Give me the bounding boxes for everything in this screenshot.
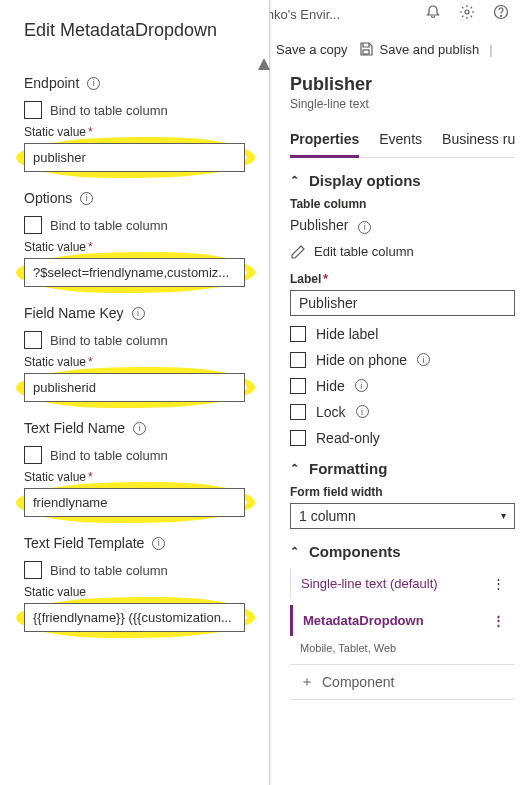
info-icon[interactable]: i: [355, 379, 368, 392]
options-label: Options: [24, 190, 72, 206]
textfieldname-input[interactable]: friendlyname: [24, 488, 245, 517]
edit-table-column-link[interactable]: Edit table column: [290, 244, 515, 260]
fieldnamekey-label: Field Name Key: [24, 305, 124, 321]
hide-label-text: Hide label: [316, 326, 378, 342]
options-bind-checkbox[interactable]: [24, 216, 42, 234]
info-icon[interactable]: i: [80, 192, 93, 205]
bind-label: Bind to table column: [50, 448, 168, 463]
static-value-label: Static value: [24, 355, 86, 369]
tab-business-rules[interactable]: Business rul: [442, 127, 515, 157]
readonly-text: Read-only: [316, 430, 380, 446]
fieldnamekey-bind-checkbox[interactable]: [24, 331, 42, 349]
endpoint-input[interactable]: publisher: [24, 143, 245, 172]
properties-panel: Publisher Single-line text Properties Ev…: [290, 68, 515, 785]
section-textfieldtemplate: Text Field Template i Bind to table colu…: [24, 535, 245, 632]
cmd-divider: |: [489, 42, 492, 57]
static-value-label: Static value: [24, 470, 86, 484]
gear-icon[interactable]: [459, 4, 475, 20]
static-value-label: Static value: [24, 125, 86, 139]
info-icon[interactable]: i: [358, 221, 371, 234]
info-icon[interactable]: i: [152, 537, 165, 550]
textfieldtemplate-bind-checkbox[interactable]: [24, 561, 42, 579]
add-component-button[interactable]: ＋ Component: [290, 664, 515, 700]
add-component-label: Component: [322, 674, 394, 690]
textfieldname-bind-checkbox[interactable]: [24, 446, 42, 464]
bell-icon[interactable]: [425, 4, 441, 20]
tabs: Properties Events Business rul: [290, 121, 515, 158]
components-label: Components: [309, 543, 401, 560]
group-components: ⌃ Components Single-line text (default) …: [290, 543, 515, 700]
bind-label: Bind to table column: [50, 218, 168, 233]
info-icon[interactable]: i: [417, 353, 430, 366]
options-input[interactable]: ?$select=friendlyname,customiz...: [24, 258, 245, 287]
table-column-value: Publisher: [290, 217, 348, 233]
bind-label: Bind to table column: [50, 103, 168, 118]
chevron-down-icon: ⌃: [290, 462, 299, 475]
floppy-icon: [358, 41, 374, 57]
bind-label: Bind to table column: [50, 333, 168, 348]
formatting-toggle[interactable]: ⌃ Formatting: [290, 460, 515, 477]
component-metadatadropdown[interactable]: MetadataDropdown ⋮: [290, 605, 515, 636]
bind-label: Bind to table column: [50, 563, 168, 578]
left-panel-title: Edit MetadataDropdown: [0, 0, 269, 53]
info-icon[interactable]: i: [132, 307, 145, 320]
label-input[interactable]: Publisher: [290, 290, 515, 316]
info-icon[interactable]: i: [87, 77, 100, 90]
tab-events[interactable]: Events: [379, 127, 422, 157]
panel-title: Publisher: [290, 74, 515, 95]
group-display-options: ⌃ Display options Table column Publisher…: [290, 172, 515, 446]
plus-icon: ＋: [300, 673, 314, 691]
save-publish-label: Save and publish: [380, 42, 480, 57]
left-panel: Edit MetadataDropdown Endpoint i Bind to…: [0, 0, 270, 785]
lock-text: Lock: [316, 404, 346, 420]
edit-column-label: Edit table column: [314, 244, 414, 259]
tab-properties[interactable]: Properties: [290, 127, 359, 158]
endpoint-bind-checkbox[interactable]: [24, 101, 42, 119]
component-clients: Mobile, Tablet, Web: [290, 642, 515, 654]
svg-point-2: [465, 10, 469, 14]
section-endpoint: Endpoint i Bind to table column Static v…: [24, 75, 245, 172]
textfieldtemplate-label: Text Field Template: [24, 535, 144, 551]
static-value-label: Static value: [24, 585, 86, 599]
pencil-icon: [290, 244, 306, 260]
help-icon[interactable]: [493, 4, 509, 20]
lock-checkbox[interactable]: [290, 404, 306, 420]
readonly-checkbox[interactable]: [290, 430, 306, 446]
hide-phone-text: Hide on phone: [316, 352, 407, 368]
hide-label-checkbox[interactable]: [290, 326, 306, 342]
info-icon[interactable]: i: [356, 405, 369, 418]
form-width-label: Form field width: [290, 485, 515, 499]
save-copy-button[interactable]: Save a copy: [276, 42, 348, 57]
form-width-value: 1 column: [299, 508, 356, 524]
components-toggle[interactable]: ⌃ Components: [290, 543, 515, 560]
section-options: Options i Bind to table column Static va…: [24, 190, 245, 287]
kebab-icon[interactable]: ⋮: [492, 613, 505, 628]
save-publish-button[interactable]: Save and publish: [358, 41, 480, 57]
endpoint-label: Endpoint: [24, 75, 79, 91]
label-field-label: Label: [290, 272, 321, 286]
kebab-icon[interactable]: ⋮: [492, 576, 505, 591]
hide-checkbox[interactable]: [290, 378, 306, 394]
component-metadata-label: MetadataDropdown: [303, 613, 424, 628]
save-copy-label: Save a copy: [276, 42, 348, 57]
hide-phone-checkbox[interactable]: [290, 352, 306, 368]
textfieldname-label: Text Field Name: [24, 420, 125, 436]
panel-subtitle: Single-line text: [290, 97, 515, 111]
textfieldtemplate-input[interactable]: {{friendlyname}} ({{customization...: [24, 603, 245, 632]
info-icon[interactable]: i: [133, 422, 146, 435]
chevron-down-icon: ⌃: [290, 545, 299, 558]
section-fieldnamekey: Field Name Key i Bind to table column St…: [24, 305, 245, 402]
display-options-toggle[interactable]: ⌃ Display options: [290, 172, 515, 189]
hide-text: Hide: [316, 378, 345, 394]
component-singleline-label: Single-line text (default): [301, 576, 438, 591]
form-width-dropdown[interactable]: 1 column ▾: [290, 503, 515, 529]
command-bar: Save a copy Save and publish |: [270, 32, 521, 66]
section-textfieldname: Text Field Name i Bind to table column S…: [24, 420, 245, 517]
fieldnamekey-input[interactable]: publisherid: [24, 373, 245, 402]
chevron-down-icon: ▾: [501, 510, 506, 521]
chevron-down-icon: ⌃: [290, 174, 299, 187]
component-singleline[interactable]: Single-line text (default) ⋮: [290, 568, 515, 599]
svg-rect-5: [363, 50, 369, 54]
static-value-label: Static value: [24, 240, 86, 254]
display-options-label: Display options: [309, 172, 421, 189]
